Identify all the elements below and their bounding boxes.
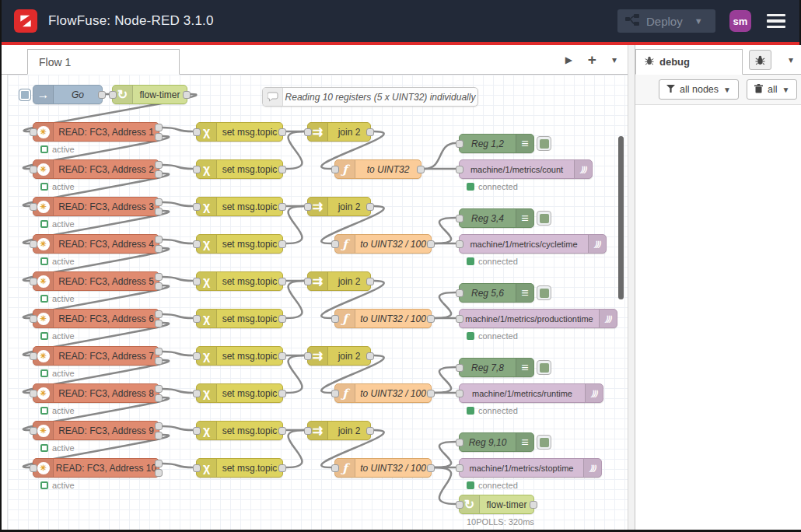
tab-flow-1[interactable]: Flow 1 xyxy=(27,49,180,75)
tab-list-dropdown-icon[interactable]: ▾ xyxy=(612,54,617,65)
sidebar-options-dropdown-icon[interactable]: ▾ xyxy=(789,54,793,65)
node-reg5[interactable]: Reg 9,10≡ xyxy=(459,432,534,452)
wire[interactable] xyxy=(435,442,456,467)
output-port[interactable] xyxy=(155,469,163,477)
input-port[interactable] xyxy=(30,352,37,360)
input-port[interactable] xyxy=(193,203,201,211)
node-read7[interactable]: ✳READ: FC3, Address 7 xyxy=(33,346,159,366)
tab-debug[interactable]: debug xyxy=(635,49,743,75)
input-port[interactable] xyxy=(193,390,201,397)
node-set1[interactable]: χset msg.topic xyxy=(196,122,283,142)
node-join2[interactable]: ⇉join 2 xyxy=(307,197,371,216)
wire[interactable] xyxy=(286,281,304,318)
input-port[interactable] xyxy=(304,128,312,136)
node-set10[interactable]: χset msg.topic xyxy=(196,458,283,478)
output-port[interactable] xyxy=(98,91,106,99)
input-port[interactable] xyxy=(304,203,312,211)
output-port[interactable] xyxy=(278,240,286,248)
output-port[interactable] xyxy=(366,203,374,211)
input-port[interactable] xyxy=(304,352,312,360)
input-port[interactable] xyxy=(456,464,463,472)
wire[interactable] xyxy=(286,131,304,169)
output-port[interactable] xyxy=(427,390,435,397)
wire[interactable] xyxy=(435,467,456,504)
input-port[interactable] xyxy=(304,278,312,285)
input-port[interactable] xyxy=(456,501,463,509)
output-port[interactable] xyxy=(427,240,435,248)
clear-messages-dropdown[interactable]: all ▼ xyxy=(747,79,797,100)
output-port[interactable] xyxy=(417,166,425,173)
wire[interactable] xyxy=(163,277,193,281)
hamburger-menu-button[interactable] xyxy=(765,12,787,30)
output-port[interactable] xyxy=(366,427,374,435)
node-set7[interactable]: χset msg.topic xyxy=(196,346,283,366)
wire[interactable] xyxy=(435,367,456,393)
node-join5[interactable]: ⇉join 2 xyxy=(307,421,371,440)
input-port[interactable] xyxy=(456,240,463,248)
output-port[interactable] xyxy=(427,464,435,472)
output-port[interactable] xyxy=(278,464,286,472)
node-fn1[interactable]: ƒto UINT32 xyxy=(334,159,421,179)
wire[interactable] xyxy=(163,240,193,243)
output-port[interactable] xyxy=(366,128,374,136)
input-port[interactable] xyxy=(331,390,339,397)
input-port[interactable] xyxy=(30,128,37,136)
input-port[interactable] xyxy=(193,278,201,285)
debug-toggle-button[interactable] xyxy=(537,211,551,226)
debug-toggle-button[interactable] xyxy=(537,285,551,300)
input-port[interactable] xyxy=(456,315,463,323)
output-port[interactable] xyxy=(155,273,163,281)
input-port[interactable] xyxy=(456,166,463,173)
input-port[interactable] xyxy=(30,240,37,248)
output-port[interactable] xyxy=(155,394,163,402)
node-fn2[interactable]: ƒto UINT32 / 100 xyxy=(334,234,432,254)
input-port[interactable] xyxy=(109,91,117,99)
input-port[interactable] xyxy=(193,352,201,360)
output-port[interactable] xyxy=(530,501,537,509)
output-port[interactable] xyxy=(278,128,286,136)
wire[interactable] xyxy=(435,292,456,318)
input-port[interactable] xyxy=(331,315,339,323)
input-port[interactable] xyxy=(30,203,37,211)
node-read8[interactable]: ✳READ: FC3, Address 8 xyxy=(33,383,159,403)
wire[interactable] xyxy=(163,202,193,206)
node-reg2[interactable]: Reg 3,4≡ xyxy=(459,208,534,228)
output-port[interactable] xyxy=(155,348,163,355)
debug-toggle-button[interactable] xyxy=(537,435,551,450)
input-port[interactable] xyxy=(30,427,37,435)
output-port[interactable] xyxy=(155,124,163,131)
wire[interactable] xyxy=(163,352,193,355)
input-port[interactable] xyxy=(30,315,37,323)
input-port[interactable] xyxy=(193,166,201,173)
input-port[interactable] xyxy=(456,439,463,446)
input-port[interactable] xyxy=(331,166,339,173)
output-port[interactable] xyxy=(366,278,374,285)
input-port[interactable] xyxy=(456,364,463,372)
node-read6[interactable]: ✳READ: FC3, Address 6 xyxy=(33,309,159,328)
node-set6[interactable]: χset msg.topic xyxy=(196,309,283,328)
output-port[interactable] xyxy=(278,278,286,285)
output-port[interactable] xyxy=(155,310,163,318)
node-set8[interactable]: χset msg.topic xyxy=(196,383,283,403)
output-port[interactable] xyxy=(155,357,163,365)
node-read2[interactable]: ✳READ: FC3, Address 2 xyxy=(33,159,159,179)
node-mq1[interactable]: machine/1/metrics/count))) xyxy=(459,159,593,179)
deploy-button[interactable]: Deploy ▼ xyxy=(617,9,715,33)
node-read10[interactable]: ✳READ: FC3, Address 10 xyxy=(33,458,159,478)
output-port[interactable] xyxy=(155,208,163,215)
output-port[interactable] xyxy=(278,203,286,211)
output-port[interactable] xyxy=(155,236,163,243)
node-join4[interactable]: ⇉join 2 xyxy=(307,346,371,366)
node-go[interactable]: →Go xyxy=(33,85,103,104)
node-fn5[interactable]: ƒto UINT32 / 100 xyxy=(334,458,432,478)
wire[interactable] xyxy=(286,355,304,393)
wire[interactable] xyxy=(425,143,456,169)
node-set4[interactable]: χset msg.topic xyxy=(196,234,283,254)
sidebar-splitter[interactable] xyxy=(628,45,635,530)
node-read4[interactable]: ✳READ: FC3, Address 4 xyxy=(33,234,159,254)
output-port[interactable] xyxy=(155,133,163,141)
node-read9[interactable]: ✳READ: FC3, Address 9 xyxy=(33,421,159,440)
output-port[interactable] xyxy=(278,315,286,323)
wire[interactable] xyxy=(163,165,193,169)
node-join1[interactable]: ⇉join 2 xyxy=(307,122,371,142)
